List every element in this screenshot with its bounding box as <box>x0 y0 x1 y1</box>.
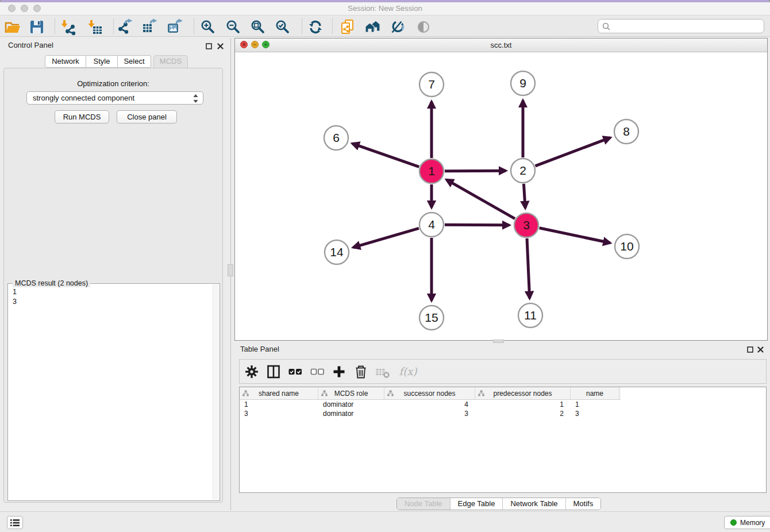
graph-edge-4-14[interactable] <box>353 228 419 247</box>
graph-edge-3-10[interactable] <box>540 228 610 243</box>
close-table-panel-icon[interactable] <box>756 345 765 354</box>
close-panel-button[interactable]: Close panel <box>117 110 177 124</box>
toolbar-separator <box>332 18 333 34</box>
zoom-selected-icon[interactable] <box>273 17 292 37</box>
graph-node-6[interactable]: 6 <box>324 126 348 150</box>
vertical-splitter-handle[interactable] <box>228 264 233 276</box>
graph-node-1[interactable]: 1 <box>419 159 444 183</box>
graph-node-7[interactable]: 7 <box>419 72 444 97</box>
table-cell[interactable]: 3 <box>384 409 475 418</box>
search-box[interactable] <box>598 19 764 33</box>
tab-network-table[interactable]: Network Table <box>503 498 565 510</box>
optimization-criterion-label: Optimization criterion: <box>4 79 222 88</box>
toolbar-separator <box>194 18 194 34</box>
table-cell[interactable]: 2 <box>475 409 571 418</box>
svg-text:14: 14 <box>330 245 344 259</box>
optimization-criterion-select[interactable]: strongly connected component <box>26 91 203 105</box>
svg-text:10: 10 <box>620 240 633 253</box>
unselect-all-icon[interactable] <box>309 363 326 380</box>
graph-node-11[interactable]: 11 <box>518 303 542 327</box>
memory-button[interactable]: Memory <box>724 516 770 529</box>
graph-edge-3-11[interactable] <box>527 238 530 298</box>
network-maximize-button[interactable]: + <box>262 41 270 48</box>
float-panel-icon[interactable] <box>205 42 213 51</box>
graph-edge-1-6[interactable] <box>352 144 419 167</box>
column-header-successor-nodes[interactable]: successor nodes <box>384 387 475 399</box>
mcds-result-box: MCDS result (2 nodes) 1 3 <box>7 283 220 501</box>
close-panel-icon[interactable] <box>216 42 225 51</box>
tab-style[interactable]: Style <box>86 55 118 68</box>
table-row[interactable]: 3dominator323 <box>240 409 766 418</box>
mcds-result-lines[interactable]: 1 3 <box>8 286 211 499</box>
result-scrollbar[interactable] <box>213 284 219 500</box>
graph-edge-2-8[interactable] <box>536 138 610 166</box>
column-header-predecessor-nodes[interactable]: predecessor nodes <box>475 387 571 399</box>
list-icon <box>10 519 20 527</box>
graph-node-2[interactable]: 2 <box>511 159 535 183</box>
zoom-in-icon[interactable] <box>198 17 218 37</box>
export-image-icon[interactable] <box>165 17 185 37</box>
import-network-icon[interactable] <box>58 17 78 37</box>
network-window-titlebar[interactable]: scc.txt × − + <box>235 38 767 52</box>
clone-network-icon[interactable] <box>338 17 357 37</box>
table-cell[interactable]: 3 <box>571 409 619 418</box>
delete-row-icon[interactable] <box>352 363 369 380</box>
tab-node-table[interactable]: Node Table <box>397 498 451 510</box>
graph-node-9[interactable]: 9 <box>511 71 535 95</box>
svg-text:2: 2 <box>519 164 526 177</box>
column-header-MCDS-role[interactable]: MCDS role <box>318 387 384 399</box>
table-cell[interactable]: 1 <box>571 400 619 409</box>
graph-node-8[interactable]: 8 <box>614 119 638 144</box>
network-canvas[interactable]: 1234678910111415 <box>235 52 767 340</box>
tab-edge-table[interactable]: Edge Table <box>451 498 503 510</box>
graph-node-15[interactable]: 15 <box>419 306 444 330</box>
run-mcds-button[interactable]: Run MCDS <box>55 110 109 124</box>
tab-network[interactable]: Network <box>45 55 86 68</box>
table-cell[interactable]: dominator <box>318 409 384 418</box>
refresh-icon[interactable] <box>306 17 325 37</box>
table-row[interactable]: 1dominator411 <box>240 400 766 409</box>
import-table-icon[interactable] <box>85 17 105 37</box>
home-icon[interactable] <box>363 17 383 37</box>
horizontal-splitter-handle[interactable] <box>493 340 504 343</box>
zoom-fit-icon[interactable] <box>248 17 268 37</box>
task-history-button[interactable] <box>7 516 23 529</box>
network-close-button[interactable]: × <box>240 41 248 48</box>
tab-select[interactable]: Select <box>118 55 151 68</box>
tab-motifs[interactable]: Motifs <box>566 498 601 510</box>
hide-details-icon[interactable] <box>388 17 407 37</box>
zoom-out-icon[interactable] <box>224 17 243 37</box>
export-table-icon[interactable] <box>140 17 160 37</box>
settings-gear-icon[interactable] <box>243 363 260 380</box>
svg-text:9: 9 <box>519 76 526 90</box>
graph-edge-1-2[interactable] <box>445 171 506 171</box>
table-cell[interactable]: 3 <box>240 409 318 418</box>
column-header-name[interactable]: name <box>571 387 619 399</box>
graph-node-14[interactable]: 14 <box>325 240 349 264</box>
save-session-icon[interactable] <box>27 17 47 37</box>
select-all-icon[interactable] <box>287 363 304 380</box>
main-toolbar <box>0 16 770 37</box>
network-minimize-button[interactable]: − <box>251 41 259 48</box>
column-header-shared-name[interactable]: shared name <box>240 387 318 399</box>
export-network-icon[interactable] <box>116 17 135 37</box>
graph-node-3[interactable]: 3 <box>514 213 538 237</box>
graph-node-4[interactable]: 4 <box>419 213 444 237</box>
graph-edge-2-3[interactable] <box>523 184 525 208</box>
float-table-panel-icon[interactable] <box>746 345 754 354</box>
control-panel-title: Control Panel <box>8 41 53 49</box>
table-cell[interactable]: 1 <box>240 400 318 409</box>
graph-node-10[interactable]: 10 <box>615 234 639 259</box>
toolbar-separator <box>113 18 114 34</box>
open-session-icon[interactable] <box>3 17 22 37</box>
graph-edge-4-3[interactable] <box>445 225 509 225</box>
table-body: 1dominator4113dominator323 <box>240 400 766 418</box>
graph-edge-3-1[interactable] <box>446 180 515 219</box>
show-columns-icon[interactable] <box>265 363 282 380</box>
search-input[interactable] <box>613 21 760 31</box>
table-cell[interactable]: 4 <box>384 400 475 409</box>
tab-mcds[interactable]: MCDS <box>153 55 188 68</box>
add-row-icon[interactable] <box>330 363 348 380</box>
table-cell[interactable]: dominator <box>318 400 384 409</box>
table-cell[interactable]: 1 <box>475 400 571 409</box>
